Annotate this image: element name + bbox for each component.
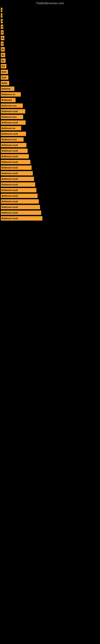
bars-container: |rEBBBoBBoBoBoBotBottlBottlBottleBottlen… [0,6,100,220]
bar-row: Bottleneck result [0,210,100,215]
bar-row: Bottleneck result [0,160,100,164]
bar-row: Bo [0,58,100,63]
bar-row: | [0,8,100,12]
bar-row: Bo [0,53,100,57]
bar-label: Bottlenec [1,86,14,91]
bar-row: Bottleneck result [0,154,100,158]
bar-label: Bottleneck result [1,160,30,164]
bar-row: Bottlenec [0,86,100,91]
bar-label: Bottleneck result [1,182,35,187]
bar-row: Bottleneck [0,98,100,102]
bar-row: Bottleneck result [0,120,100,125]
bar-label: Bo [1,36,4,40]
bar-label: Bottleneck result [1,143,26,147]
bar-label: Bottl [1,70,8,74]
bar-label: Bottleneck result [1,194,38,198]
bar-label: Bottleneck result [1,109,25,114]
bar-row: Bottleneck res [0,92,100,96]
bar-label: Bottle [1,81,9,85]
bar-row: B [0,42,100,46]
bar-label: Bottleneck result [1,177,34,181]
bar-label: Bottleneck res [1,92,21,96]
bar-label: Bottleneck result [1,205,40,209]
bar-row: Bottl [0,70,100,74]
bar-row: Bo [0,47,100,52]
bar-label: Bot [1,64,6,68]
bar-label: Bottleneck result [1,120,26,125]
bar-row: Bottleneck result [0,132,100,136]
bar-row: B [0,30,100,34]
bar-label: Bottleneck result [1,132,26,136]
bar-row: Bottleneck resu [0,115,100,119]
bar-row: Bo [0,36,100,40]
bar-row: Bottleneck result [0,109,100,114]
bar-label: B [1,42,3,46]
bar-row: Bottleneck result [0,216,100,220]
bar-label: E [1,19,3,23]
bar-label: | [1,8,2,12]
bar-row: Bottleneck result [0,205,100,209]
bar-row: Bottl [0,75,100,80]
site-title: TheBottlenecker.com [0,0,100,6]
bar-label: Bottleneck resu [1,104,23,108]
bar-row: Bottleneck result [0,194,100,198]
bar-label: Bo [1,47,5,52]
bar-label: Bottleneck [1,98,16,102]
bar-row: r [0,13,100,18]
bar-row: Bottleneck resu [0,104,100,108]
bar-label: Bottleneck result [1,166,32,170]
bar-row: Bot [0,64,100,68]
bar-label: Bottleneck result [1,210,41,215]
bar-row: B [0,24,100,29]
bar-label: Bottl [1,75,8,80]
bar-label: Bottleneck result [1,154,29,158]
bar-row: Bottleneck result [0,171,100,176]
bar-label: Bottleneck resu [1,115,23,119]
bar-label: Bottleneck result [1,199,39,204]
bar-row: Bottleneck result [0,148,100,153]
bar-label: Bottleneck result [1,188,36,192]
bar-row: Bottleneck result [0,188,100,192]
bar-label: Bottleneck result [1,216,42,220]
bar-row: Bottleneck result [0,199,100,204]
bar-row: Bottleneck result [0,182,100,187]
bar-label: Bottleneck result [1,171,33,176]
bar-label: Bo [1,53,5,57]
bar-row: Bottleneck result [0,143,100,147]
bar-label: Bo [1,58,6,63]
bar-row: Bottleneck res [0,126,100,130]
bar-label: Bottleneck resu [1,137,24,142]
bar-label: Bottleneck result [1,148,28,153]
bar-label: B [1,30,3,34]
bar-row: Bottle [0,81,100,85]
bar-label: B [1,24,3,29]
bar-label: r [1,13,2,18]
bar-row: E [0,19,100,23]
bar-row: Bottleneck result [0,166,100,170]
bar-label: Bottleneck res [1,126,21,130]
bar-row: Bottleneck result [0,177,100,181]
bar-row: Bottleneck resu [0,137,100,142]
